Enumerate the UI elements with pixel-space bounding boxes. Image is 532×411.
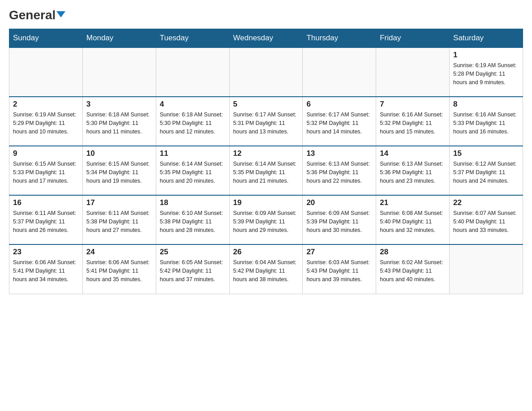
column-header-thursday: Thursday (303, 29, 376, 48)
day-number: 11 (160, 149, 226, 158)
day-info: Sunrise: 6:03 AM Sunset: 5:43 PM Dayligh… (306, 258, 372, 283)
day-info: Sunrise: 6:05 AM Sunset: 5:42 PM Dayligh… (160, 258, 226, 283)
day-number: 21 (380, 198, 446, 207)
day-info: Sunrise: 6:14 AM Sunset: 5:35 PM Dayligh… (233, 160, 299, 185)
week-row-4: 16Sunrise: 6:11 AM Sunset: 5:37 PM Dayli… (9, 195, 523, 244)
day-cell: 16Sunrise: 6:11 AM Sunset: 5:37 PM Dayli… (9, 195, 83, 244)
week-row-2: 2Sunrise: 6:19 AM Sunset: 5:29 PM Daylig… (9, 97, 523, 146)
calendar-table: SundayMondayTuesdayWednesdayThursdayFrid… (9, 29, 523, 294)
day-cell: 1Sunrise: 6:19 AM Sunset: 5:28 PM Daylig… (450, 47, 523, 97)
day-cell: 15Sunrise: 6:12 AM Sunset: 5:37 PM Dayli… (450, 146, 523, 195)
day-cell: 28Sunrise: 6:02 AM Sunset: 5:43 PM Dayli… (376, 244, 450, 294)
logo-general: General (9, 8, 56, 22)
day-info: Sunrise: 6:16 AM Sunset: 5:33 PM Dayligh… (453, 111, 519, 136)
day-cell: 9Sunrise: 6:15 AM Sunset: 5:33 PM Daylig… (9, 146, 83, 195)
week-row-1: 1Sunrise: 6:19 AM Sunset: 5:28 PM Daylig… (9, 47, 523, 97)
day-number: 27 (306, 248, 372, 257)
day-number: 17 (86, 198, 152, 207)
day-number: 14 (380, 149, 446, 158)
day-cell (156, 47, 229, 97)
day-cell: 7Sunrise: 6:16 AM Sunset: 5:32 PM Daylig… (376, 97, 450, 146)
day-info: Sunrise: 6:19 AM Sunset: 5:29 PM Dayligh… (13, 111, 79, 136)
day-cell: 25Sunrise: 6:05 AM Sunset: 5:42 PM Dayli… (156, 244, 229, 294)
day-number: 26 (233, 248, 299, 257)
day-info: Sunrise: 6:17 AM Sunset: 5:32 PM Dayligh… (306, 111, 372, 136)
day-number: 24 (86, 248, 152, 257)
day-number: 19 (233, 198, 299, 207)
day-cell: 10Sunrise: 6:15 AM Sunset: 5:34 PM Dayli… (82, 146, 156, 195)
day-info: Sunrise: 6:09 AM Sunset: 5:39 PM Dayligh… (233, 209, 299, 234)
calendar-header-row: SundayMondayTuesdayWednesdayThursdayFrid… (9, 29, 523, 48)
day-cell: 22Sunrise: 6:07 AM Sunset: 5:40 PM Dayli… (450, 195, 523, 244)
day-info: Sunrise: 6:11 AM Sunset: 5:38 PM Dayligh… (86, 209, 152, 234)
week-row-5: 23Sunrise: 6:06 AM Sunset: 5:41 PM Dayli… (9, 244, 523, 294)
day-cell: 19Sunrise: 6:09 AM Sunset: 5:39 PM Dayli… (229, 195, 303, 244)
week-row-3: 9Sunrise: 6:15 AM Sunset: 5:33 PM Daylig… (9, 146, 523, 195)
day-cell (376, 47, 450, 97)
day-cell: 24Sunrise: 6:06 AM Sunset: 5:41 PM Dayli… (82, 244, 156, 294)
day-info: Sunrise: 6:12 AM Sunset: 5:37 PM Dayligh… (453, 160, 519, 185)
day-cell: 6Sunrise: 6:17 AM Sunset: 5:32 PM Daylig… (303, 97, 376, 146)
day-number: 1 (453, 51, 519, 60)
day-info: Sunrise: 6:11 AM Sunset: 5:37 PM Dayligh… (13, 209, 79, 234)
day-cell: 23Sunrise: 6:06 AM Sunset: 5:41 PM Dayli… (9, 244, 83, 294)
day-info: Sunrise: 6:06 AM Sunset: 5:41 PM Dayligh… (86, 258, 152, 283)
day-number: 8 (453, 100, 519, 109)
day-cell (9, 47, 83, 97)
day-number: 23 (13, 248, 79, 257)
day-number: 2 (13, 100, 79, 109)
column-header-wednesday: Wednesday (229, 29, 303, 48)
day-cell (303, 47, 376, 97)
day-info: Sunrise: 6:08 AM Sunset: 5:40 PM Dayligh… (380, 209, 446, 234)
day-number: 13 (306, 149, 372, 158)
day-number: 12 (233, 149, 299, 158)
day-info: Sunrise: 6:18 AM Sunset: 5:30 PM Dayligh… (160, 111, 226, 136)
day-cell: 4Sunrise: 6:18 AM Sunset: 5:30 PM Daylig… (156, 97, 229, 146)
day-cell (450, 244, 523, 294)
day-info: Sunrise: 6:02 AM Sunset: 5:43 PM Dayligh… (380, 258, 446, 283)
day-info: Sunrise: 6:19 AM Sunset: 5:28 PM Dayligh… (453, 61, 519, 86)
day-number: 10 (86, 149, 152, 158)
column-header-sunday: Sunday (9, 29, 83, 48)
day-cell: 27Sunrise: 6:03 AM Sunset: 5:43 PM Dayli… (303, 244, 376, 294)
day-info: Sunrise: 6:15 AM Sunset: 5:34 PM Dayligh… (86, 160, 152, 185)
day-info: Sunrise: 6:17 AM Sunset: 5:31 PM Dayligh… (233, 111, 299, 136)
day-cell: 14Sunrise: 6:13 AM Sunset: 5:36 PM Dayli… (376, 146, 450, 195)
day-number: 28 (380, 248, 446, 257)
day-info: Sunrise: 6:15 AM Sunset: 5:33 PM Dayligh… (13, 160, 79, 185)
day-number: 6 (306, 100, 372, 109)
day-number: 22 (453, 198, 519, 207)
day-number: 15 (453, 149, 519, 158)
logo: General (9, 9, 65, 21)
day-number: 25 (160, 248, 226, 257)
day-cell: 20Sunrise: 6:09 AM Sunset: 5:39 PM Dayli… (303, 195, 376, 244)
day-number: 16 (13, 198, 79, 207)
column-header-monday: Monday (82, 29, 156, 48)
day-number: 4 (160, 100, 226, 109)
column-header-friday: Friday (376, 29, 450, 48)
day-info: Sunrise: 6:16 AM Sunset: 5:32 PM Dayligh… (380, 111, 446, 136)
day-number: 3 (86, 100, 152, 109)
column-header-saturday: Saturday (450, 29, 523, 48)
day-cell: 13Sunrise: 6:13 AM Sunset: 5:36 PM Dayli… (303, 146, 376, 195)
day-info: Sunrise: 6:06 AM Sunset: 5:41 PM Dayligh… (13, 258, 79, 283)
day-info: Sunrise: 6:07 AM Sunset: 5:40 PM Dayligh… (453, 209, 519, 234)
day-cell: 18Sunrise: 6:10 AM Sunset: 5:38 PM Dayli… (156, 195, 229, 244)
logo-arrow-icon (56, 11, 65, 17)
day-cell: 3Sunrise: 6:18 AM Sunset: 5:30 PM Daylig… (82, 97, 156, 146)
day-number: 7 (380, 100, 446, 109)
day-cell: 21Sunrise: 6:08 AM Sunset: 5:40 PM Dayli… (376, 195, 450, 244)
day-number: 9 (13, 149, 79, 158)
day-cell: 5Sunrise: 6:17 AM Sunset: 5:31 PM Daylig… (229, 97, 303, 146)
day-cell: 8Sunrise: 6:16 AM Sunset: 5:33 PM Daylig… (450, 97, 523, 146)
day-number: 5 (233, 100, 299, 109)
day-cell: 17Sunrise: 6:11 AM Sunset: 5:38 PM Dayli… (82, 195, 156, 244)
day-cell (229, 47, 303, 97)
logo-text: General (9, 9, 65, 21)
day-info: Sunrise: 6:09 AM Sunset: 5:39 PM Dayligh… (306, 209, 372, 234)
day-cell: 26Sunrise: 6:04 AM Sunset: 5:42 PM Dayli… (229, 244, 303, 294)
day-info: Sunrise: 6:13 AM Sunset: 5:36 PM Dayligh… (380, 160, 446, 185)
page-header: General (9, 9, 523, 21)
day-cell: 2Sunrise: 6:19 AM Sunset: 5:29 PM Daylig… (9, 97, 83, 146)
day-cell: 12Sunrise: 6:14 AM Sunset: 5:35 PM Dayli… (229, 146, 303, 195)
